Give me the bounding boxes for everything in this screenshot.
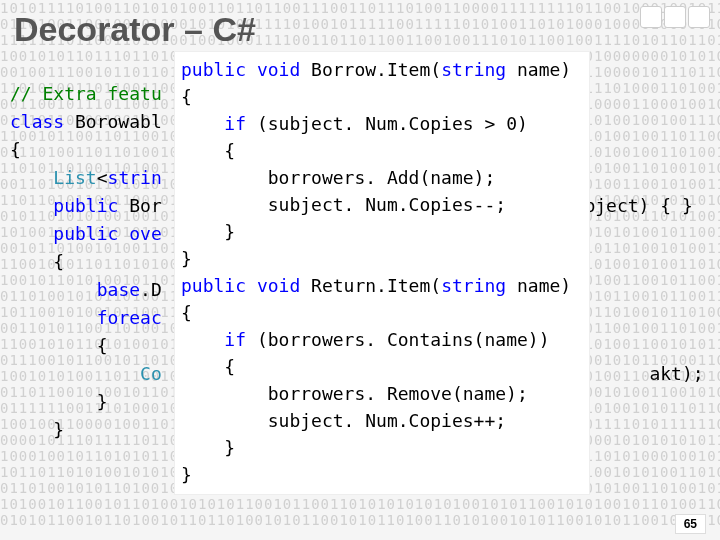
page-number: 65 xyxy=(675,514,706,534)
corner-squares xyxy=(640,6,710,28)
slide-title: Decorator – C# xyxy=(0,0,720,53)
code-panel-front: public void Borrow.Item(string name) { i… xyxy=(175,52,589,494)
